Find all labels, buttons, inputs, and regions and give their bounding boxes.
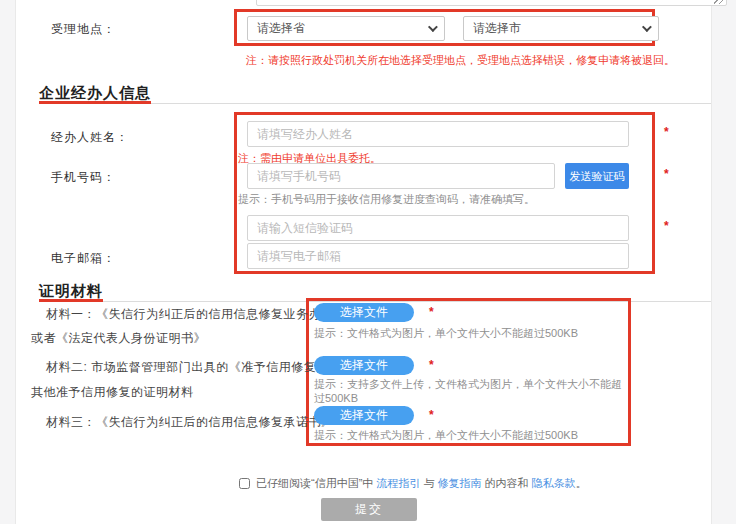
material-2-label-line2: 其他准予信用修复的证明材料 <box>31 384 194 401</box>
material-3-required-mark: * <box>429 408 434 422</box>
phone-required-mark: * <box>664 167 669 181</box>
material-2-hint: 提示：支持多文件上传，文件格式为图片，单个文件大小不能超过500KB <box>314 377 622 405</box>
material-3-choose-file-button[interactable]: 选择文件 <box>314 406 414 425</box>
province-select-value: 请选择省 <box>257 20 305 37</box>
email-input[interactable] <box>247 243 629 269</box>
agreement-prefix: 已仔细阅读“信用中国”中 <box>256 477 376 489</box>
comment-textarea[interactable] <box>256 0 727 6</box>
repair-guide-link[interactable]: 修复指南 <box>438 477 482 489</box>
province-select[interactable]: 请选择省 <box>247 16 445 41</box>
agent-name-input[interactable] <box>247 121 629 147</box>
material-3-hint: 提示：文件格式为图片，单个文件大小不能超过500KB <box>314 428 624 443</box>
material-1-required-mark: * <box>429 305 434 319</box>
chevron-down-icon <box>428 22 438 32</box>
section-divider <box>39 301 711 302</box>
material-2-choose-file-button[interactable]: 选择文件 <box>314 356 414 375</box>
material-2-required-mark: * <box>429 358 434 372</box>
agent-name-label: 经办人姓名： <box>51 129 129 146</box>
city-select[interactable]: 请选择市 <box>463 16 659 41</box>
material-3-label-line1: 材料三：《失信行为纠正后的信用信息修复承诺书》 <box>46 414 334 431</box>
agent-name-required-mark: * <box>664 125 669 139</box>
material-1-hint: 提示：文件格式为图片，单个文件大小不能超过500KB <box>314 326 624 341</box>
location-note: 注：请按照行政处罚机关所在地选择受理地点，受理地点选择错误，修复申请将被退回。 <box>246 53 675 68</box>
agreement-checkbox[interactable] <box>239 478 250 489</box>
privacy-terms-link[interactable]: 隐私条款 <box>532 477 576 489</box>
form-card: 受理地点： 请选择省 请选择市 注：请按照行政处罚机关所在地选择受理地点，受理地… <box>15 0 712 524</box>
location-label: 受理地点： <box>51 21 116 38</box>
process-guide-link[interactable]: 流程指引 <box>376 477 420 489</box>
agreement-mid1: 与 <box>420 477 437 489</box>
send-verification-code-button[interactable]: 发送验证码 <box>565 163 629 189</box>
materials-section-underline <box>39 299 103 302</box>
phone-hint: 提示：手机号码用于接收信用修复进度查询码，请准确填写。 <box>238 192 535 207</box>
sms-required-mark: * <box>664 219 669 233</box>
agreement-text: 已仔细阅读“信用中国”中 流程指引 与 修复指南 的内容和 隐私条款。 <box>256 476 587 491</box>
material-1-label-line2: 或者《法定代表人身份证明书》 <box>31 330 206 347</box>
agreement-row: 已仔细阅读“信用中国”中 流程指引 与 修复指南 的内容和 隐私条款。 <box>239 476 587 491</box>
agent-section-underline <box>39 101 151 104</box>
agreement-mid2: 的内容和 <box>482 477 532 489</box>
email-label: 电子邮箱： <box>51 250 116 267</box>
material-1-choose-file-button[interactable]: 选择文件 <box>314 303 414 322</box>
city-select-value: 请选择市 <box>473 20 521 37</box>
submit-button[interactable]: 提交 <box>321 498 417 521</box>
phone-label: 手机号码： <box>51 169 116 186</box>
agreement-suffix: 。 <box>576 477 587 489</box>
sms-code-input[interactable] <box>247 215 629 241</box>
phone-input[interactable] <box>247 163 555 189</box>
resize-handle-icon[interactable] <box>714 0 724 4</box>
chevron-down-icon <box>642 22 652 32</box>
